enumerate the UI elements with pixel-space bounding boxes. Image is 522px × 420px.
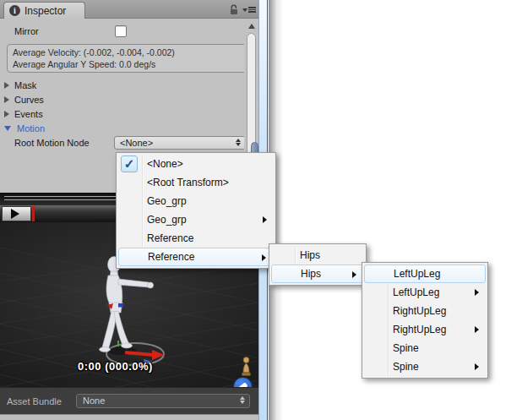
menu-item-label: Hips <box>300 249 320 261</box>
foldout-mask[interactable]: Mask <box>0 78 258 92</box>
menu-item-label: Geo_grp <box>147 214 187 226</box>
menu-item[interactable]: Hips <box>271 265 364 283</box>
triangle-right-icon <box>4 111 9 117</box>
submenu-arrow-icon <box>475 363 479 370</box>
menu-item-label: <None> <box>147 158 183 170</box>
menu-item[interactable]: Hips <box>271 246 364 265</box>
menu-item-label: Spine <box>393 342 419 354</box>
root-motion-node-label: Root Motion Node <box>14 136 90 150</box>
average-velocity-line: Average Velocity: (-0.002, -0.004, -0.00… <box>13 46 244 58</box>
average-velocity-info-box: Average Velocity: (-0.002, -0.004, -0.00… <box>7 44 250 73</box>
mirror-row: Mirror <box>0 25 258 38</box>
menu-item-label: Spine <box>393 361 419 373</box>
triangle-right-icon <box>4 96 9 103</box>
reference-submenu: HipsHips <box>269 243 367 286</box>
menu-item[interactable]: ✓<None> <box>118 155 274 173</box>
menu-item[interactable]: Reference <box>118 248 274 266</box>
menu-item[interactable]: Spine <box>364 339 486 357</box>
submenu-arrow-icon <box>263 216 267 223</box>
menu-item[interactable]: <Root Transform> <box>118 173 274 192</box>
foldout-label: Curves <box>14 95 44 105</box>
menu-item[interactable]: Spine <box>364 357 486 376</box>
submenu-arrow-icon <box>262 254 266 261</box>
avatar-pawn-icon[interactable] <box>240 356 253 378</box>
menu-item[interactable]: Geo_grp <box>118 192 274 210</box>
tab-title: Inspector <box>24 5 66 17</box>
tab-bar: i Inspector <box>0 0 258 19</box>
menu-item[interactable]: Reference <box>118 229 274 248</box>
foldout-list: MaskCurvesEventsMotion <box>0 78 258 135</box>
triangle-right-icon <box>4 82 9 89</box>
menu-item-label: Geo_grp <box>147 195 187 207</box>
menu-item-label: Hips <box>301 268 321 280</box>
menu-item-label: LeftUpLeg <box>394 268 440 280</box>
lock-icon[interactable] <box>229 4 239 15</box>
character-model <box>74 253 167 373</box>
menu-item-label: RightUpLeg <box>393 324 446 335</box>
play-button[interactable] <box>2 206 31 221</box>
root-motion-node-row: Root Motion Node <None> <box>0 136 258 150</box>
submenu-arrow-icon <box>475 289 479 296</box>
foldout-events[interactable]: Events <box>0 106 258 121</box>
menu-item[interactable]: Geo_grp <box>118 210 274 229</box>
foldout-label: Events <box>14 109 43 119</box>
info-icon: i <box>9 5 20 16</box>
dropdown-arrows-icon <box>240 396 245 404</box>
dropdown-value: <None> <box>120 138 153 148</box>
menu-item-label: Reference <box>148 251 194 263</box>
panel-menu-icon[interactable] <box>242 7 256 13</box>
scrollbar-up-arrow-icon[interactable] <box>248 24 255 29</box>
triangle-down-icon <box>4 126 11 131</box>
menu-item-label: <Root Transform> <box>147 177 229 188</box>
dropdown-arrows-icon <box>236 139 241 146</box>
asset-bundle-dropdown[interactable]: None <box>76 394 250 408</box>
menu-item[interactable]: LeftUpLeg <box>364 283 486 302</box>
checkmark-icon: ✓ <box>121 155 138 172</box>
tag-icon <box>236 379 250 387</box>
mirror-checkbox[interactable] <box>115 25 127 37</box>
asset-bundle-label: Asset Bundle <box>7 396 62 406</box>
hips-submenu: LeftUpLegLeftUpLegRightUpLegRightUpLegSp… <box>362 262 488 379</box>
menu-item-label: RightUpLeg <box>393 305 446 317</box>
submenu-arrow-icon <box>475 326 479 333</box>
menu-item[interactable]: RightUpLeg <box>364 320 486 339</box>
root-motion-node-dropdown[interactable]: <None> <box>114 136 246 150</box>
tab-inspector[interactable]: i Inspector <box>3 2 85 19</box>
play-icon <box>11 209 19 219</box>
menu-item[interactable]: RightUpLeg <box>364 302 486 320</box>
foldout-label: Motion <box>17 123 45 134</box>
foldout-curves[interactable]: Curves <box>0 92 258 106</box>
menu-item[interactable]: LeftUpLeg <box>364 265 486 283</box>
foldout-label: Mask <box>14 80 36 90</box>
menu-item-label: LeftUpLeg <box>393 286 439 298</box>
preview-time-label: 0:00 (000.0%) <box>78 360 153 373</box>
asset-bundle-bar: Asset Bundle None <box>0 387 258 414</box>
dropdown-value: None <box>83 395 105 406</box>
mirror-label: Mirror <box>14 25 39 38</box>
submenu-arrow-icon <box>352 271 356 278</box>
panel-header-icons <box>229 4 256 15</box>
window-bottom-edge <box>0 414 258 420</box>
root-motion-node-menu: ✓<None><Root Transform>Geo_grpGeo_grpRef… <box>116 152 276 269</box>
timeline-playhead[interactable] <box>32 206 35 221</box>
angular-speed-line: Average Angular Y Speed: 0.0 deg/s <box>13 58 244 70</box>
foldout-motion[interactable]: Motion <box>0 121 258 135</box>
screenshot-stage: i Inspector Mirror <box>0 0 522 420</box>
menu-item-label: Reference <box>147 232 193 244</box>
